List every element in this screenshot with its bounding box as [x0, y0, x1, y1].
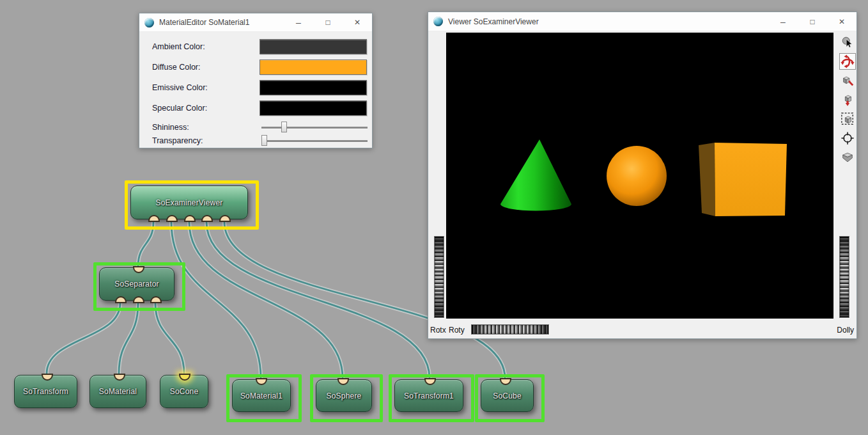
node-SoSeparator[interactable]: SoSeparator [99, 267, 174, 301]
output-port[interactable] [148, 215, 160, 222]
viewport-3d[interactable] [446, 33, 833, 319]
node-SoCone[interactable]: SoCone [160, 375, 208, 408]
node-label: SoExaminerViewer [155, 198, 222, 207]
material-row-label: Diffuse Color: [152, 63, 201, 72]
output-port[interactable] [150, 296, 162, 303]
roty-label: Roty [449, 326, 465, 335]
seek-icon [841, 131, 855, 145]
close-button[interactable]: ✕ [827, 12, 856, 31]
node-label: SoTransform1 [404, 391, 454, 400]
camera-type-tool-button[interactable] [840, 150, 855, 165]
maximize-button[interactable]: □ [798, 12, 827, 31]
minimize-button[interactable]: – [768, 12, 798, 31]
material-row-label: Transparency: [152, 136, 203, 145]
node-SoSphere[interactable]: SoSphere [316, 379, 372, 412]
slider-track[interactable] [261, 127, 368, 129]
viewer-window: Viewer SoExaminerViewer – □ ✕ [428, 12, 857, 339]
rotx-label: Rotx [430, 326, 446, 335]
view-all-icon [841, 112, 855, 126]
interact-tool-button[interactable] [840, 35, 855, 50]
input-port[interactable] [114, 374, 125, 381]
view-rotate-tool-button[interactable] [839, 53, 856, 70]
material-row-label: Specular Color: [152, 104, 207, 113]
home-tool-button[interactable] [840, 73, 855, 88]
slider-track[interactable] [261, 140, 368, 143]
material-editor-window: MaterialEditor SoMaterial1 – □ ✕ Ambient… [139, 13, 373, 148]
camera-type-icon [841, 150, 855, 164]
roty-thumbwheel[interactable] [471, 324, 549, 335]
node-label: SoSphere [327, 391, 362, 400]
output-port[interactable] [201, 215, 213, 222]
output-port[interactable] [133, 296, 144, 303]
cube-front-face [715, 143, 787, 216]
home-icon [841, 74, 855, 88]
input-port[interactable] [500, 378, 511, 385]
maximize-button[interactable]: □ [313, 13, 343, 31]
input-port[interactable] [424, 378, 436, 385]
rotx-thumbwheel[interactable] [434, 236, 444, 318]
color-swatch[interactable] [260, 59, 367, 75]
node-label: SoCone [170, 387, 199, 396]
material-color-row: Emissive Color: [152, 80, 366, 95]
input-port[interactable] [179, 374, 190, 381]
set-home-tool-button[interactable] [840, 92, 855, 107]
interact-icon [841, 35, 855, 49]
view-all-tool-button[interactable] [840, 111, 855, 127]
window-controls: – □ ✕ [768, 12, 856, 31]
output-port[interactable] [115, 296, 127, 303]
node-SoMaterial1[interactable]: SoMaterial1 [232, 379, 291, 412]
color-swatch[interactable] [260, 100, 367, 116]
desktop: SoExaminerViewerSoSeparatorSoTransformSo… [0, 0, 868, 435]
slider-thumb[interactable] [281, 122, 287, 132]
window-title: Viewer SoExaminerViewer [448, 17, 539, 26]
dolly-thumbwheel[interactable] [839, 236, 849, 318]
output-port[interactable] [219, 215, 231, 222]
input-port[interactable] [133, 266, 144, 273]
dolly-label: Dolly [837, 326, 854, 335]
output-port[interactable] [184, 215, 196, 222]
material-row-label: Emissive Color: [152, 83, 208, 92]
node-label: SoCube [493, 391, 522, 400]
node-SoExaminerViewer[interactable]: SoExaminerViewer [130, 186, 248, 219]
input-port[interactable] [337, 378, 349, 385]
material-row-label: Ambient Color: [152, 42, 205, 51]
input-port[interactable] [42, 374, 53, 381]
view-rotate-icon [841, 54, 855, 68]
rendered-scene [446, 33, 833, 319]
material-color-row: Ambient Color: [152, 39, 366, 54]
app-icon [144, 18, 154, 28]
node-label: SoTransform [23, 387, 68, 396]
node-label: SoSeparator [114, 280, 159, 289]
node-label: SoMaterial [99, 387, 137, 396]
cone-shape [500, 139, 571, 211]
material-color-row: Diffuse Color: [152, 59, 366, 75]
node-SoTransform1[interactable]: SoTransform1 [394, 379, 463, 412]
slider-thumb[interactable] [261, 135, 267, 146]
node-SoMaterial[interactable]: SoMaterial [89, 375, 146, 408]
color-swatch[interactable] [260, 39, 367, 54]
node-SoTransform[interactable]: SoTransform [14, 375, 77, 408]
set-home-icon [841, 93, 855, 107]
material-slider-row: Transparency: [152, 133, 366, 148]
close-button[interactable]: ✕ [343, 13, 372, 31]
minimize-button[interactable]: – [284, 13, 313, 31]
viewer-titlebar[interactable]: Viewer SoExaminerViewer – □ ✕ [428, 12, 856, 31]
cube-left-face [699, 143, 715, 216]
node-SoCube[interactable]: SoCube [481, 379, 534, 412]
color-swatch[interactable] [260, 80, 367, 95]
material-row-label: Shininess: [152, 123, 189, 132]
window-title: MaterialEditor SoMaterial1 [159, 18, 249, 27]
output-port[interactable] [166, 215, 178, 222]
input-port[interactable] [256, 378, 267, 385]
material-color-row: Specular Color: [152, 100, 366, 116]
app-icon [433, 17, 443, 26]
material-editor-titlebar[interactable]: MaterialEditor SoMaterial1 – □ ✕ [139, 13, 372, 32]
sphere-shape [607, 146, 667, 206]
seek-tool-button[interactable] [840, 130, 855, 146]
window-controls: – □ ✕ [284, 13, 372, 31]
node-label: SoMaterial1 [240, 391, 283, 400]
